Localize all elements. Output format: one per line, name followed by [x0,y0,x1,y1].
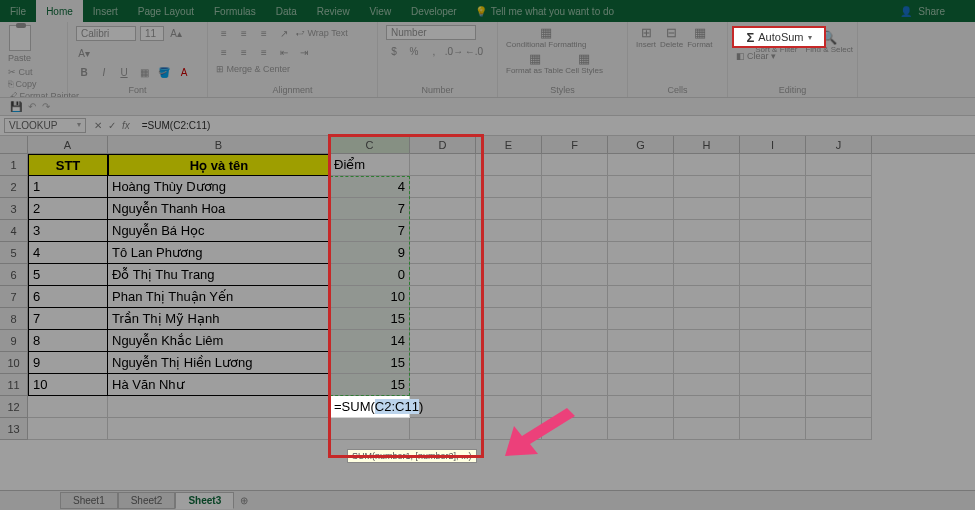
tab-file[interactable]: File [0,0,36,22]
cell[interactable]: 4 [330,176,410,198]
cell[interactable] [28,418,108,440]
cell[interactable]: Hà Văn Như [108,374,330,396]
cell[interactable] [608,176,674,198]
cell[interactable] [674,264,740,286]
cell[interactable] [674,220,740,242]
tell-me[interactable]: 💡Tell me what you want to do [475,6,614,17]
number-format-select[interactable]: Number [386,25,476,40]
border-button[interactable]: ▦ [136,64,152,80]
bold-button[interactable]: B [76,64,92,80]
cell[interactable]: 15 [330,308,410,330]
cell[interactable] [740,418,806,440]
cell[interactable] [674,418,740,440]
italic-button[interactable]: I [96,64,112,80]
row-header[interactable]: 12 [0,396,28,418]
cell[interactable]: Họ và tên [108,154,330,176]
name-box[interactable]: VLOOKUP▾ [4,118,86,133]
cell[interactable]: Phan Thị Thuận Yến [108,286,330,308]
row-header[interactable]: 3 [0,198,28,220]
cell[interactable]: 6 [28,286,108,308]
indent-dec-icon[interactable]: ⇤ [276,44,292,60]
align-bottom-icon[interactable]: ≡ [256,25,272,41]
add-sheet-button[interactable]: ⊕ [234,495,254,506]
indent-inc-icon[interactable]: ⇥ [296,44,312,60]
cell[interactable]: 3 [28,220,108,242]
cell[interactable] [410,264,476,286]
delete-cells-button[interactable]: ⊟Delete [660,25,683,49]
cell[interactable] [410,198,476,220]
cell[interactable] [806,396,872,418]
cell[interactable] [806,220,872,242]
cell[interactable] [542,154,608,176]
cell[interactable]: 10 [330,286,410,308]
cell[interactable] [740,286,806,308]
decrease-font-icon[interactable]: A▾ [76,45,92,61]
conditional-formatting-button[interactable]: ▦Conditional Formatting [506,25,586,49]
paste-label[interactable]: Paste [8,53,31,63]
cell[interactable] [28,396,108,418]
cell[interactable]: 9 [28,352,108,374]
cell[interactable]: 8 [28,330,108,352]
cell[interactable]: Điểm [330,154,410,176]
comma-icon[interactable]: , [426,43,442,59]
cell[interactable]: Nguyễn Khắc Liêm [108,330,330,352]
cell[interactable]: Tô Lan Phương [108,242,330,264]
cell[interactable] [608,374,674,396]
cell[interactable] [410,220,476,242]
cell[interactable]: Nguyễn Thị Hiền Lương [108,352,330,374]
align-top-icon[interactable]: ≡ [216,25,232,41]
cell[interactable] [740,154,806,176]
insert-cells-button[interactable]: ⊞Insert [636,25,656,49]
cell[interactable] [740,264,806,286]
cell[interactable] [608,242,674,264]
cell[interactable] [674,154,740,176]
cell[interactable] [674,286,740,308]
cell[interactable]: 1 [28,176,108,198]
cell[interactable] [542,286,608,308]
formula-input[interactable]: =SUM(C2:C11) [138,119,975,132]
inc-decimal-icon[interactable]: .0→ [446,43,462,59]
cell[interactable] [108,396,330,418]
row-header[interactable]: 1 [0,154,28,176]
undo-icon[interactable]: ↶ [28,101,36,112]
underline-button[interactable]: U [116,64,132,80]
cell[interactable] [476,154,542,176]
cell[interactable] [806,374,872,396]
paste-icon[interactable] [9,25,31,51]
align-middle-icon[interactable]: ≡ [236,25,252,41]
cell[interactable] [608,198,674,220]
cell[interactable] [542,352,608,374]
align-right-icon[interactable]: ≡ [256,44,272,60]
row-header[interactable]: 9 [0,330,28,352]
cell[interactable] [542,198,608,220]
cell[interactable]: Nguyễn Bá Học [108,220,330,242]
cell[interactable] [608,286,674,308]
cell[interactable]: 5 [28,264,108,286]
share-icon[interactable]: 👤 [900,6,912,17]
cell[interactable] [806,418,872,440]
cell[interactable] [108,418,330,440]
cell[interactable]: STT [28,154,108,176]
cell[interactable] [806,198,872,220]
cell[interactable] [806,242,872,264]
cell[interactable] [542,308,608,330]
tab-pagelayout[interactable]: Page Layout [128,0,204,22]
col-header-A[interactable]: A [28,136,108,153]
fill-color-button[interactable]: 🪣 [156,64,172,80]
cell[interactable]: 15 [330,374,410,396]
dec-decimal-icon[interactable]: ←.0 [466,43,482,59]
font-name-select[interactable]: Calibri [76,26,136,41]
tab-formulas[interactable]: Formulas [204,0,266,22]
col-header-G[interactable]: G [608,136,674,153]
percent-icon[interactable]: % [406,43,422,59]
cell[interactable] [476,242,542,264]
cell[interactable] [476,286,542,308]
cell[interactable] [674,242,740,264]
redo-icon[interactable]: ↷ [42,101,50,112]
autosum-button[interactable]: Σ AutoSum ▾ [732,26,826,48]
cell[interactable]: Trần Thị Mỹ Hạnh [108,308,330,330]
cell[interactable] [740,352,806,374]
cell[interactable] [476,352,542,374]
save-icon[interactable]: 💾 [10,101,22,112]
cell[interactable] [740,198,806,220]
